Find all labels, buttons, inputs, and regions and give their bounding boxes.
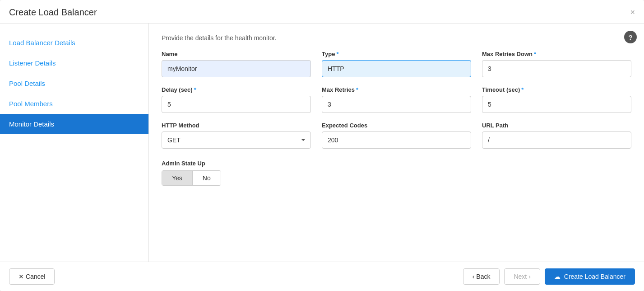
delay-input[interactable] <box>162 96 311 113</box>
modal-body: Load Balancer Details Listener Details P… <box>0 23 644 262</box>
admin-state-no-button[interactable]: No <box>193 171 221 185</box>
url-path-group: URL Path <box>482 122 631 149</box>
type-select[interactable]: HTTP HTTPS TCP PING <box>322 60 471 77</box>
http-method-label: HTTP Method <box>162 122 311 129</box>
cancel-button[interactable]: ✕ Cancel <box>9 268 55 285</box>
back-button[interactable]: ‹ Back <box>463 268 500 285</box>
url-path-input[interactable] <box>482 131 631 149</box>
sidebar-item-load-balancer-details[interactable]: Load Balancer Details <box>0 33 148 53</box>
max-retries-down-input[interactable] <box>482 60 631 77</box>
url-path-label: URL Path <box>482 122 631 129</box>
next-button[interactable]: Next › <box>504 268 540 285</box>
expected-codes-group: Expected Codes <box>322 122 471 149</box>
timeout-label: Timeout (sec)* <box>482 86 631 93</box>
timeout-input[interactable] <box>482 96 631 113</box>
modal-header: Create Load Balancer × <box>0 0 644 23</box>
create-load-balancer-button[interactable]: ☁ Create Load Balancer <box>545 268 635 285</box>
help-icon[interactable]: ? <box>624 31 637 43</box>
max-retries-down-label: Max Retries Down* <box>482 51 631 57</box>
type-group: Type* HTTP HTTPS TCP PING <box>322 51 471 77</box>
name-group: Name <box>162 51 311 77</box>
close-icon[interactable]: × <box>630 8 635 17</box>
footer-right: ‹ Back Next › ☁ Create Load Balancer <box>463 268 635 285</box>
create-load-balancer-modal: Create Load Balancer × Load Balancer Det… <box>0 0 644 291</box>
expected-codes-label: Expected Codes <box>322 122 471 129</box>
sidebar-item-pool-members[interactable]: Pool Members <box>0 94 148 114</box>
admin-state-toggle: Yes No <box>162 170 221 186</box>
timeout-group: Timeout (sec)* <box>482 86 631 113</box>
modal-footer: ✕ Cancel ‹ Back Next › ☁ Create Load Bal… <box>0 262 644 291</box>
modal-title: Create Load Balancer <box>9 7 97 18</box>
max-retries-input[interactable] <box>322 96 471 113</box>
sidebar: Load Balancer Details Listener Details P… <box>0 23 149 262</box>
admin-state-section: Admin State Up Yes No <box>162 160 631 186</box>
name-label: Name <box>162 51 311 57</box>
create-icon: ☁ <box>554 273 561 280</box>
expected-codes-input[interactable] <box>322 131 471 149</box>
http-method-select[interactable]: GET POST PUT DELETE HEAD <box>162 131 311 149</box>
delay-label: Delay (sec)* <box>162 86 311 93</box>
sidebar-item-monitor-details[interactable]: Monitor Details <box>0 114 148 134</box>
description-text: Provide the details for the health monit… <box>162 34 631 42</box>
admin-state-label: Admin State Up <box>162 160 205 167</box>
type-label: Type* <box>322 51 471 57</box>
footer-left: ✕ Cancel <box>9 268 55 285</box>
http-method-group: HTTP Method GET POST PUT DELETE HEAD <box>162 122 311 149</box>
sidebar-item-pool-details[interactable]: Pool Details <box>0 73 148 94</box>
max-retries-down-group: Max Retries Down* <box>482 51 631 77</box>
name-input[interactable] <box>162 60 311 77</box>
delay-group: Delay (sec)* <box>162 86 311 113</box>
max-retries-label: Max Retries* <box>322 86 471 93</box>
form-grid: Name Type* HTTP HTTPS TCP PING <box>162 51 631 149</box>
admin-state-yes-button[interactable]: Yes <box>162 171 193 185</box>
content-area: ? Provide the details for the health mon… <box>149 23 644 262</box>
sidebar-item-listener-details[interactable]: Listener Details <box>0 53 148 73</box>
max-retries-group: Max Retries* <box>322 86 471 113</box>
